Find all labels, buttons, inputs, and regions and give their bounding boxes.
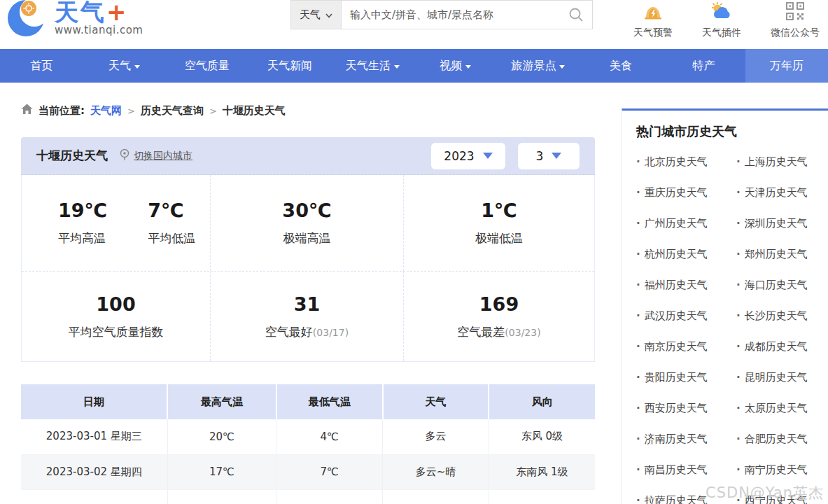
city-link[interactable]: 拉萨历史天气 xyxy=(636,494,736,504)
nav-item-specialty[interactable]: 特产 xyxy=(662,49,745,83)
city-link[interactable]: 广州历史天气 xyxy=(636,217,736,230)
switch-city-label: 切换国内城市 xyxy=(134,150,192,162)
aqi-best-section: 31 空气最好(03/17) xyxy=(211,272,404,361)
stat-value: 169 xyxy=(457,293,540,315)
stat-label: 空气最差(03/23) xyxy=(457,324,540,340)
breadcrumb-current: 十堰历史天气 xyxy=(223,104,286,118)
nav-item-video[interactable]: 视频 xyxy=(414,49,496,83)
city-link[interactable]: 杭州历史天气 xyxy=(636,248,736,261)
hot-cities-sidebar: 热门城市历史天气 北京历史天气 上海历史天气 重庆历史天气 天津历史天气 广州历… xyxy=(622,108,828,504)
city-link[interactable]: 南宁历史天气 xyxy=(736,463,828,477)
stat-label: 极端高温 xyxy=(282,230,331,246)
alert-lamp-icon xyxy=(642,1,664,24)
cell-weather: 多云~晴 xyxy=(383,454,489,489)
city-link[interactable]: 长沙历史天气 xyxy=(736,309,828,323)
city-link[interactable]: 成都历史天气 xyxy=(736,340,828,354)
stat-label: 空气最好(03/17) xyxy=(265,324,349,340)
city-link[interactable]: 济南历史天气 xyxy=(636,433,736,446)
city-link[interactable]: 北京历史天气 xyxy=(636,155,736,169)
city-link[interactable]: 武汉历史天气 xyxy=(636,309,736,323)
city-link[interactable]: 昆明历史天气 xyxy=(736,371,828,384)
stat-aqi-best: 31 空气最好(03/17) xyxy=(265,293,349,340)
logo-moon-sun-icon xyxy=(6,0,50,42)
city-link[interactable]: 西安历史天气 xyxy=(636,402,736,415)
city-link[interactable]: 南昌历史天气 xyxy=(636,463,736,477)
city-link[interactable]: 深圳历史天气 xyxy=(736,217,828,230)
stat-date-note: (03/23) xyxy=(505,327,540,338)
cell-wind: 东南风 1级 xyxy=(489,454,595,489)
nav-item-calendar[interactable]: 万年历 xyxy=(745,49,828,83)
qr-code-icon xyxy=(785,1,805,24)
dropdown-caret-icon xyxy=(465,65,471,69)
breadcrumb: 当前位置: 天气网 > 历史天气查询 > 十堰历史天气 xyxy=(21,104,286,118)
nav-item-air-quality[interactable]: 空气质量 xyxy=(166,49,248,83)
city-link[interactable]: 贵阳历史天气 xyxy=(636,371,736,384)
cell-high-temp: 20℃ xyxy=(167,419,276,454)
city-link[interactable]: 郑州历史天气 xyxy=(736,248,828,261)
stat-value: 7℃ xyxy=(148,200,195,221)
location-pin-icon xyxy=(119,148,130,163)
table-row: 2023-03-01 星期三 20℃ 4℃ 多云 东风 0级 xyxy=(21,419,595,454)
stat-label: 平均低温 xyxy=(148,230,195,246)
nav-item-weather-news[interactable]: 天气新闻 xyxy=(248,49,331,83)
table-row: 2023-03-02 星期四 17℃ 7℃ 多云~晴 东南风 1级 xyxy=(21,454,595,489)
header-quick-links: 天气预警 天气插件 xyxy=(633,0,820,39)
search-icon[interactable] xyxy=(560,1,592,29)
site-header: 天气+ www.tianqi.com 天气 xyxy=(0,0,828,43)
stat-value: 100 xyxy=(69,293,164,315)
city-link[interactable]: 海口历史天气 xyxy=(736,279,828,292)
cell-date: 2023-03-02 星期四 xyxy=(21,454,167,489)
stat-aqi-worst: 169 空气最差(03/23) xyxy=(457,293,540,340)
cell-low-temp: 4℃ xyxy=(276,419,383,454)
breadcrumb-separator: > xyxy=(209,106,217,116)
year-select[interactable]: 2023 xyxy=(431,143,505,169)
city-link[interactable]: 上海历史天气 xyxy=(736,155,828,169)
city-link[interactable]: 南京历史天气 xyxy=(636,340,736,354)
month-select[interactable]: 3 xyxy=(518,143,580,169)
date-selects: 2023 3 xyxy=(431,143,580,169)
aqi-worst-section: 169 空气最差(03/23) xyxy=(404,272,594,361)
air-quality-stats-row: 100 平均空气质量指数 31 空气最好(03/17) 169 空气最差(03/… xyxy=(22,272,594,361)
city-link[interactable]: 福州历史天气 xyxy=(636,279,736,292)
switch-city-link[interactable]: 切换国内城市 xyxy=(119,148,192,163)
weather-alert-label: 天气预警 xyxy=(633,27,673,39)
nav-item-scenic-spots[interactable]: 旅游景点 xyxy=(497,49,580,83)
nav-item-home[interactable]: 首页 xyxy=(0,49,83,83)
history-weather-panel: 十堰历史天气 切换国内城市 2023 3 xyxy=(21,137,595,504)
city-link[interactable]: 合肥历史天气 xyxy=(736,433,828,446)
city-link[interactable]: 天津历史天气 xyxy=(736,186,828,200)
nav-item-food[interactable]: 美食 xyxy=(580,49,662,83)
stat-value: 1℃ xyxy=(475,200,523,221)
col-header-date: 日期 xyxy=(21,384,167,419)
page: 天气+ www.tianqi.com 天气 xyxy=(0,0,828,504)
nav-item-weather-life[interactable]: 天气生活 xyxy=(331,49,414,83)
city-link[interactable]: 重庆历史天气 xyxy=(636,186,736,200)
wechat-account-label: 微信公众号 xyxy=(771,27,820,39)
wechat-account-link[interactable]: 微信公众号 xyxy=(771,0,820,39)
avg-temp-section: 19℃ 平均高温 7℃ 平均低温 xyxy=(22,175,211,271)
dropdown-caret-icon xyxy=(134,65,140,69)
site-logo[interactable]: 天气+ www.tianqi.com xyxy=(6,0,143,42)
weather-alert-link[interactable]: 天气预警 xyxy=(633,0,673,39)
logo-url: www.tianqi.com xyxy=(55,24,143,36)
stat-avg-low: 7℃ 平均低温 xyxy=(148,200,195,246)
cell-weather: 多云 xyxy=(383,419,489,454)
city-link[interactable]: 太原历史天气 xyxy=(736,402,828,415)
city-links-grid: 北京历史天气 上海历史天气 重庆历史天气 天津历史天气 广州历史天气 深圳历史天… xyxy=(636,155,828,504)
search-input[interactable] xyxy=(342,1,560,29)
sidebar-title: 热门城市历史天气 xyxy=(636,123,828,140)
cell-date: 2023-03-01 星期三 xyxy=(21,419,167,454)
nav-item-weather[interactable]: 天气 xyxy=(83,49,165,83)
stat-value: 31 xyxy=(265,293,349,315)
city-link[interactable]: 西宁历史天气 xyxy=(736,494,828,504)
table-row xyxy=(21,489,595,504)
breadcrumb-link-tianqi[interactable]: 天气网 xyxy=(90,104,122,118)
stat-label: 平均高温 xyxy=(58,230,107,246)
stat-extreme-low: 1℃ 极端低温 xyxy=(475,200,523,246)
weather-plugin-link[interactable]: 天气插件 xyxy=(702,0,741,39)
breadcrumb-separator: > xyxy=(127,106,135,116)
breadcrumb-link-history-query[interactable]: 历史天气查询 xyxy=(141,104,204,118)
stat-value: 19℃ xyxy=(58,200,107,221)
stat-avg-high: 19℃ 平均高温 xyxy=(58,200,107,246)
search-category-select[interactable]: 天气 xyxy=(291,1,342,29)
